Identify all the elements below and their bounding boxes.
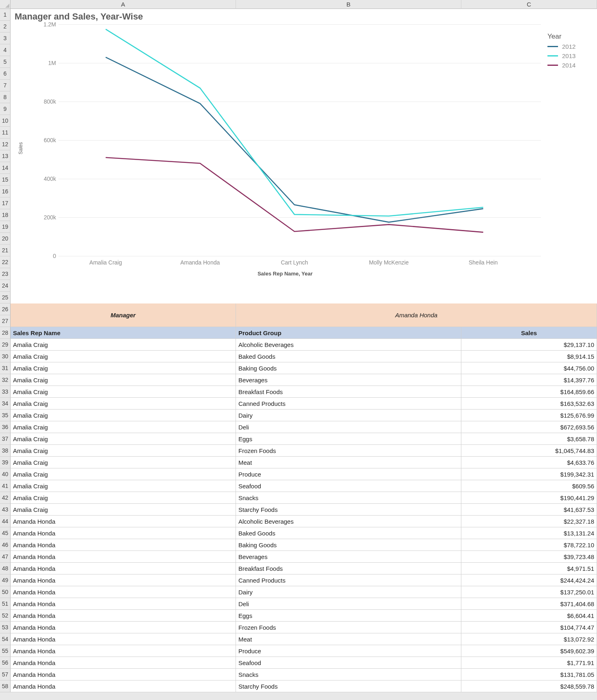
cell-rep[interactable]: Amanda Honda — [11, 610, 236, 622]
row-header[interactable]: 2 — [0, 21, 11, 33]
cell-rep[interactable]: Amanda Honda — [11, 539, 236, 551]
cell-group[interactable]: Beverages — [236, 551, 461, 563]
cell-group[interactable]: Breakfast Foods — [236, 563, 461, 574]
cell-sales[interactable]: $104,774.47 — [461, 622, 597, 633]
row-header[interactable]: 34 — [0, 398, 11, 410]
table-row[interactable]: Amanda HondaStarchy Foods$248,559.78 — [11, 680, 597, 692]
col-header-sales[interactable]: Sales — [461, 327, 597, 339]
cell-group[interactable]: Alcoholic Beverages — [236, 516, 461, 527]
cell-sales[interactable]: $39,723.48 — [461, 551, 597, 563]
cell-sales[interactable]: $248,559.78 — [461, 680, 597, 692]
legend-item-2012[interactable]: 2012 — [547, 43, 592, 50]
row-header[interactable]: 43 — [0, 504, 11, 516]
table-row[interactable]: Amanda HondaEggs$6,604.41 — [11, 610, 597, 622]
col-header-rep[interactable]: Sales Rep Name — [11, 327, 236, 339]
row-header[interactable]: 32 — [0, 374, 11, 386]
row-header[interactable]: 27 — [0, 315, 11, 327]
cell-rep[interactable]: Amanda Honda — [11, 669, 236, 680]
table-row[interactable]: Amanda HondaSnacks$131,781.05 — [11, 669, 597, 680]
cell-rep[interactable]: Amalia Craig — [11, 410, 236, 421]
cell-rep[interactable]: Amalia Craig — [11, 362, 236, 374]
cell-sales[interactable]: $3,658.78 — [461, 433, 597, 445]
cell-group[interactable]: Starchy Foods — [236, 504, 461, 516]
row-header[interactable]: 14 — [0, 162, 11, 174]
table-row[interactable]: Amanda HondaBeverages$39,723.48 — [11, 551, 597, 563]
table-row[interactable]: Amalia CraigStarchy Foods$41,637.53 — [11, 504, 597, 516]
row-header[interactable]: 54 — [0, 633, 11, 645]
row-header[interactable]: 49 — [0, 574, 11, 586]
row-header[interactable]: 4 — [0, 44, 11, 56]
row-header[interactable]: 35 — [0, 410, 11, 421]
row-header[interactable]: 33 — [0, 386, 11, 398]
cell-rep[interactable]: Amalia Craig — [11, 351, 236, 362]
row-header[interactable]: 41 — [0, 480, 11, 492]
cell-group[interactable]: Eggs — [236, 433, 461, 445]
chart[interactable]: Manager and Sales, Year-Wise Sales 0200k… — [11, 9, 597, 303]
cell-rep[interactable]: Amalia Craig — [11, 421, 236, 433]
table-row[interactable]: Amanda HondaSeafood$1,771.91 — [11, 657, 597, 669]
cell-rep[interactable]: Amanda Honda — [11, 574, 236, 586]
series-2014[interactable] — [106, 158, 483, 232]
cell-sales[interactable]: $4,633.76 — [461, 457, 597, 468]
row-header[interactable]: 9 — [0, 103, 11, 115]
cell-sales[interactable]: $1,045,744.83 — [461, 445, 597, 457]
cell-group[interactable]: Meat — [236, 457, 461, 468]
row-header[interactable]: 50 — [0, 586, 11, 598]
row-header[interactable]: 51 — [0, 598, 11, 610]
row-header[interactable]: 10 — [0, 115, 11, 127]
cell-sales[interactable]: $125,676.99 — [461, 410, 597, 421]
row-header[interactable]: 47 — [0, 551, 11, 563]
row-header[interactable]: 11 — [0, 127, 11, 139]
row-header[interactable]: 19 — [0, 221, 11, 233]
cell-group[interactable]: Baked Goods — [236, 351, 461, 362]
cell-group[interactable]: Meat — [236, 633, 461, 645]
row-header[interactable]: 48 — [0, 563, 11, 574]
cell-rep[interactable]: Amalia Craig — [11, 480, 236, 492]
cell-sales[interactable]: $14,397.76 — [461, 374, 597, 386]
row-header[interactable]: 52 — [0, 610, 11, 622]
cell-group[interactable]: Deli — [236, 421, 461, 433]
cell-group[interactable]: Snacks — [236, 492, 461, 504]
series-2012[interactable] — [106, 57, 483, 222]
cell-rep[interactable]: Amalia Craig — [11, 386, 236, 398]
row-header[interactable]: 57 — [0, 669, 11, 680]
table-row[interactable]: Amanda HondaBaked Goods$13,131.24 — [11, 527, 597, 539]
table-row[interactable]: Amalia CraigCanned Products$163,532.63 — [11, 398, 597, 410]
row-header[interactable]: 53 — [0, 622, 11, 633]
row-header[interactable]: 29 — [0, 339, 11, 351]
cell-rep[interactable]: Amanda Honda — [11, 633, 236, 645]
table-row[interactable]: Amanda HondaBreakfast Foods$4,971.51 — [11, 563, 597, 574]
row-header[interactable]: 37 — [0, 433, 11, 445]
cell-group[interactable]: Canned Products — [236, 398, 461, 410]
cell-group[interactable]: Baking Goods — [236, 362, 461, 374]
row-header[interactable]: 1 — [0, 9, 11, 21]
row-header[interactable]: 16 — [0, 186, 11, 197]
row-header[interactable]: 22 — [0, 256, 11, 268]
cell-sales[interactable]: $44,756.00 — [461, 362, 597, 374]
select-all-corner[interactable] — [0, 0, 11, 9]
cell-group[interactable]: Canned Products — [236, 574, 461, 586]
cell-rep[interactable]: Amanda Honda — [11, 680, 236, 692]
row-header[interactable]: 55 — [0, 645, 11, 657]
table-row[interactable]: Amalia CraigFrozen Foods$1,045,744.83 — [11, 445, 597, 457]
cell-rep[interactable]: Amalia Craig — [11, 457, 236, 468]
table-row[interactable]: Amanda HondaDairy$137,250.01 — [11, 586, 597, 598]
table-row[interactable]: Amalia CraigBaking Goods$44,756.00 — [11, 362, 597, 374]
row-header[interactable]: 26 — [0, 303, 11, 315]
cell-rep[interactable]: Amalia Craig — [11, 339, 236, 351]
cell-sales[interactable]: $672,693.56 — [461, 421, 597, 433]
row-header[interactable]: 38 — [0, 445, 11, 457]
cell-sales[interactable]: $22,327.18 — [461, 516, 597, 527]
cell-sales[interactable]: $190,441.29 — [461, 492, 597, 504]
table-row[interactable]: Amalia CraigAlcoholic Beverages$29,137.1… — [11, 339, 597, 351]
row-header[interactable]: 45 — [0, 527, 11, 539]
cell-sales[interactable]: $199,342.31 — [461, 468, 597, 480]
cell-group[interactable]: Produce — [236, 468, 461, 480]
cell-group[interactable]: Beverages — [236, 374, 461, 386]
table-row[interactable]: Amalia CraigSnacks$190,441.29 — [11, 492, 597, 504]
cell-sales[interactable]: $41,637.53 — [461, 504, 597, 516]
table-row[interactable]: Amalia CraigDairy$125,676.99 — [11, 410, 597, 421]
cell-sales[interactable]: $6,604.41 — [461, 610, 597, 622]
row-header[interactable]: 18 — [0, 209, 11, 221]
row-header[interactable]: 24 — [0, 280, 11, 292]
